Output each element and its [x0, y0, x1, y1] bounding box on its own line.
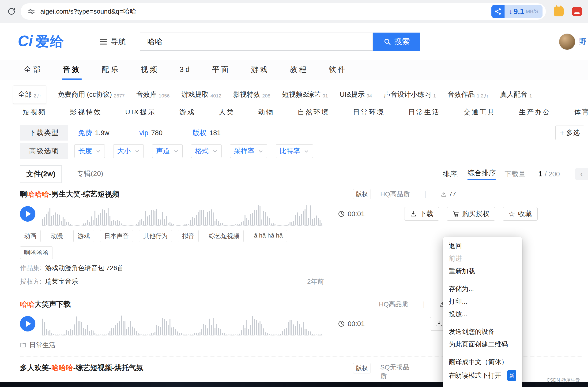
sort-downloads[interactable]: 下载量: [504, 169, 526, 179]
subcat-nature[interactable]: 自然环境: [297, 108, 329, 117]
play-button[interactable]: [20, 206, 35, 222]
download-speed-extension[interactable]: ↓ 9.1 MB/S: [491, 5, 543, 18]
tab-software[interactable]: 软件: [328, 60, 347, 80]
category-film-fx[interactable]: 影视特效208: [233, 90, 270, 99]
download-type-row: 下载类型 免费1.9w vip780 版权181 + 多选: [20, 125, 588, 140]
nav-menu-button[interactable]: 导航: [100, 37, 126, 47]
red-extension-icon[interactable]: [572, 7, 582, 16]
licensor-link[interactable]: 瑞莱宝音乐: [45, 277, 78, 286]
result-title[interactable]: 多人欢笑-哈哈哈-综艺短视频-烘托气氛: [20, 363, 353, 373]
search-button[interactable]: 搜索: [373, 33, 420, 51]
tab-3d[interactable]: 3d: [179, 60, 192, 80]
category-sound-design[interactable]: 声音设计小练习1: [384, 90, 436, 99]
menu-item-translate[interactable]: 翻译成中文（简体）: [443, 356, 522, 368]
category-filter-secondary: 短视频 影视特效 UI&提示 游戏 人类 动物 自然环境 日常环境 日常生活 交…: [0, 104, 588, 120]
filter-free[interactable]: 免费1.9w: [78, 128, 109, 138]
tag[interactable]: 游戏: [73, 230, 94, 242]
tag[interactable]: 综艺短视频: [205, 230, 244, 242]
menu-item-save-as[interactable]: 存储为...: [443, 283, 522, 295]
subcat-ui-prompt[interactable]: UI&提示: [125, 108, 156, 117]
menu-item-create-qr-code[interactable]: 为此页面创建二维码: [443, 338, 522, 351]
tab-tutorial[interactable]: 教程: [289, 60, 309, 80]
result-title[interactable]: 啊哈哈哈-男生大笑-综艺短视频: [20, 189, 353, 199]
tag[interactable]: 啊哈哈哈: [20, 247, 53, 259]
subcat-daily-env[interactable]: 日常环境: [353, 108, 385, 117]
user-avatar[interactable]: [559, 34, 575, 50]
category-short-video[interactable]: 短视频&综艺91: [282, 90, 328, 99]
tab-music[interactable]: 配乐: [101, 60, 121, 80]
network-app-icon[interactable]: [491, 5, 504, 18]
tag[interactable]: 日本声音: [100, 230, 133, 242]
tab-sound-effects[interactable]: 音效: [62, 60, 82, 80]
menu-divider: [443, 323, 522, 323]
category-cc-free[interactable]: 免费商用 (cc协议)2677: [58, 90, 125, 99]
tab-graphic[interactable]: 平面: [211, 60, 231, 80]
tag[interactable]: 拟音: [178, 230, 199, 242]
hamburger-icon: [100, 39, 107, 44]
dropdown-channels[interactable]: 声道: [152, 144, 183, 158]
tag[interactable]: 动漫: [47, 230, 67, 242]
filter-licensed[interactable]: 版权181: [192, 128, 221, 138]
user-name[interactable]: 野: [579, 37, 587, 47]
search-input[interactable]: [140, 33, 373, 50]
menu-item-reader-mode[interactable]: 在朗读模式下打开新: [443, 368, 522, 383]
play-button[interactable]: [20, 316, 35, 331]
category-sound-works[interactable]: 音效作品1.2万: [448, 90, 488, 99]
tag[interactable]: ā hā hā hā: [250, 230, 287, 242]
collection-link[interactable]: 游戏动漫角色语音包 726首: [45, 264, 124, 272]
category-voice-acting[interactable]: 真人配音1: [500, 90, 532, 99]
subcat-daily-life[interactable]: 日常生活: [408, 108, 440, 117]
multi-select-button[interactable]: + 多选: [555, 126, 584, 140]
subcat-human[interactable]: 人类: [219, 108, 235, 117]
menu-item-back[interactable]: 返回: [443, 240, 522, 252]
menu-item-send-to-devices[interactable]: 发送到您的设备: [443, 325, 522, 338]
csdn-watermark: CSDN @犀牛云: [546, 377, 580, 383]
dropdown-sample-rate[interactable]: 采样率: [230, 144, 267, 158]
tab-albums[interactable]: 专辑(20): [77, 169, 103, 183]
dropdown-size[interactable]: 大小: [113, 144, 144, 158]
subcat-game[interactable]: 游戏: [179, 108, 195, 117]
favorite-button[interactable]: ☆ 收藏: [503, 207, 538, 221]
tab-video[interactable]: 视频: [140, 60, 159, 80]
filter-vip[interactable]: vip780: [139, 129, 163, 137]
subcat-short-video[interactable]: 短视频: [22, 108, 46, 117]
aigei-logo[interactable]: Ci 爱给: [18, 32, 65, 51]
waveform[interactable]: [42, 312, 323, 335]
category-all[interactable]: 全部2万: [13, 85, 46, 104]
address-bar[interactable]: aigei.com/s?type=sound&q=哈哈 ↓ 9.1 MB/S: [21, 3, 546, 20]
tag[interactable]: 动画: [20, 230, 41, 242]
tag[interactable]: 其他行为: [139, 230, 172, 242]
buy-license-button[interactable]: 购买授权: [447, 207, 495, 221]
tab-files[interactable]: 文件(2w): [20, 165, 62, 183]
chevron-down-icon: [212, 149, 218, 154]
subcat-sports[interactable]: 体育: [574, 108, 588, 117]
url-text[interactable]: aigei.com/s?type=sound&q=哈哈: [40, 7, 136, 16]
download-icon: [436, 320, 442, 327]
menu-item-print[interactable]: 打印...: [443, 295, 522, 308]
tab-all[interactable]: 全部: [23, 60, 43, 80]
yellow-extension-icon[interactable]: [554, 7, 564, 16]
menu-item-reload[interactable]: 重新加载: [443, 265, 522, 278]
sort-composite[interactable]: 综合排序: [467, 168, 496, 180]
result-title[interactable]: 哈哈大笑声下载: [20, 299, 353, 309]
prev-page-button[interactable]: ‹: [575, 168, 588, 180]
download-speed-badge: ↓ 9.1 MB/S: [504, 5, 543, 18]
dropdown-format[interactable]: 格式: [191, 144, 222, 158]
dropdown-bitrate[interactable]: 比特率: [276, 144, 313, 158]
subcat-transport[interactable]: 交通工具: [463, 108, 495, 117]
tab-game[interactable]: 游戏: [250, 60, 270, 80]
dropdown-length[interactable]: 长度: [74, 144, 105, 158]
menu-item-cast[interactable]: 投放...: [443, 308, 522, 320]
subcat-animal[interactable]: 动物: [258, 108, 274, 117]
subcat-office[interactable]: 生产办公: [519, 108, 551, 117]
reload-icon[interactable]: [6, 6, 17, 17]
download-button[interactable]: 下载: [404, 207, 439, 221]
download-arrow-icon: ↓: [509, 7, 512, 16]
category-ui-prompt[interactable]: UI&提示94: [340, 90, 372, 99]
category-game-rip[interactable]: 游戏提取4012: [181, 90, 222, 99]
site-settings-icon[interactable]: [28, 8, 35, 15]
license-badge: 版权: [353, 189, 370, 199]
waveform[interactable]: [42, 202, 323, 226]
category-sound-library[interactable]: 音效库1056: [136, 90, 170, 99]
subcat-film-fx[interactable]: 影视特效: [70, 108, 102, 117]
